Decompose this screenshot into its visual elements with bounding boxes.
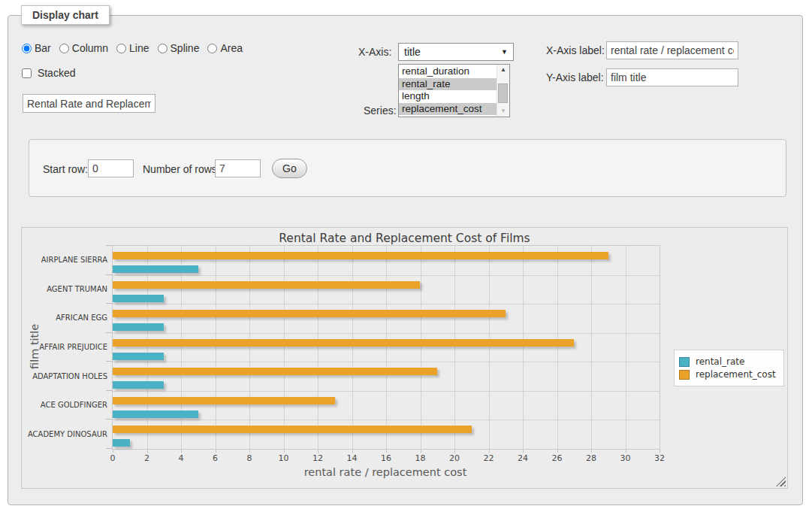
x-axis-tick: [626, 450, 626, 453]
chart-type-radio-column[interactable]: [59, 44, 69, 53]
x-axis-tick: [489, 450, 490, 453]
y-axis-tick-label: AFRICAN EGG: [22, 314, 107, 322]
gridline-vertical: [352, 246, 353, 449]
y-axis-tick: [106, 419, 112, 420]
scroll-up-icon[interactable]: ▲: [497, 65, 509, 75]
gridline-vertical: [216, 246, 216, 449]
chart-type-option-label: Bar: [35, 42, 51, 54]
x-axis-tick: [284, 450, 285, 453]
bar-rental_rate: [113, 265, 198, 273]
y-axis-tick-label: ACADEMY DINOSAUR: [22, 430, 107, 438]
resize-handle-icon[interactable]: [776, 477, 786, 486]
y-axis-tick: [106, 390, 112, 391]
start-row-label: Start row:: [43, 163, 88, 175]
chart-type-radio-bar[interactable]: [22, 44, 32, 53]
bar-rental_rate: [113, 439, 130, 447]
gridline-horizontal: [113, 333, 660, 334]
gridline-vertical: [591, 246, 592, 449]
chart-title-input[interactable]: [23, 94, 155, 113]
stacked-checkbox-label[interactable]: Stacked: [22, 67, 75, 79]
gridline-horizontal: [113, 391, 660, 392]
scrollbar-thumb[interactable]: [498, 83, 508, 103]
gridline-horizontal: [113, 304, 660, 304]
x-axis-tick-label: 4: [170, 453, 192, 463]
gridline-vertical: [284, 246, 285, 449]
bar-rental_rate: [113, 323, 164, 331]
panel-title: Display chart: [21, 5, 110, 25]
x-axis-tick-label: 16: [375, 453, 397, 463]
chart-type-option-area[interactable]: Area: [207, 42, 243, 54]
series-option-rental_duration[interactable]: rental_duration: [399, 65, 497, 78]
chart-type-option-spline[interactable]: Spline: [158, 42, 200, 54]
bar-rental_rate: [113, 411, 198, 418]
x-axis-tick-label: 2: [136, 453, 158, 463]
x-axis-tick-label: 6: [204, 453, 227, 463]
bar-replacement_cost: [113, 397, 335, 404]
legend-label: rental_rate: [696, 356, 744, 367]
x-axis-tick: [454, 450, 455, 453]
stacked-checkbox[interactable]: [22, 68, 32, 78]
y-axis-tick: [106, 448, 112, 449]
x-axis-tick: [386, 450, 387, 453]
chart-type-option-column[interactable]: Column: [59, 42, 108, 54]
x-axis-tick: [660, 450, 660, 453]
chart-type-radio-spline[interactable]: [158, 44, 168, 53]
x-axis-tick: [216, 450, 216, 453]
scroll-down-icon[interactable]: ▼: [497, 106, 509, 117]
x-axis-tick-label: 20: [443, 453, 466, 463]
gridline-horizontal: [113, 362, 660, 362]
x-axis-tick-label: 26: [546, 453, 569, 463]
bar-rental_rate: [113, 295, 164, 302]
x-axis-tick-label: 14: [341, 453, 364, 463]
chart-title: Rental Rate and Replacement Cost of Film…: [22, 232, 787, 245]
x-axis-tick-label: 32: [648, 453, 671, 463]
x-axis-select[interactable]: title ▼: [398, 43, 514, 61]
y-axis-tick-label: AIRPLANE SIERRA: [22, 256, 107, 264]
y-axis-tick: [106, 274, 112, 275]
go-button[interactable]: Go: [272, 159, 307, 178]
x-axis-select-label: X-Axis:: [358, 46, 391, 58]
chart-type-radio-area[interactable]: [207, 44, 217, 53]
y-axis-tick-label: ACE GOLDFINGER: [22, 401, 107, 409]
gridline-vertical: [454, 246, 455, 449]
y-axis-tick-label: ADAPTATION HOLES: [22, 372, 107, 380]
x-axis-tick-label: 10: [273, 453, 295, 463]
x-axis-tick-label: 0: [101, 453, 124, 463]
x-axis-tick-label: 30: [614, 453, 637, 463]
chart-type-group: BarColumnLineSplineArea: [22, 42, 251, 54]
bar-rental_rate: [113, 353, 164, 360]
number-of-rows-input[interactable]: [215, 159, 261, 177]
y-axis-label-input[interactable]: [606, 68, 738, 86]
y-axis-tick: [106, 303, 112, 304]
x-axis-tick: [181, 450, 182, 453]
chart-type-option-bar[interactable]: Bar: [22, 42, 51, 54]
start-row-input[interactable]: [88, 159, 134, 177]
gridline-vertical: [489, 246, 490, 449]
y-axis-tick-label: AFFAIR PREJUDICE: [22, 343, 107, 351]
series-listbox[interactable]: rental_durationrental_ratelengthreplacem…: [398, 64, 510, 117]
series-option-rental_rate[interactable]: rental_rate: [399, 78, 497, 91]
stacked-option: Stacked: [22, 67, 75, 79]
y-axis-tick: [106, 332, 112, 333]
chart-type-radio-line[interactable]: [116, 44, 126, 53]
gridline-vertical: [523, 246, 524, 449]
chart-type-option-line[interactable]: Line: [116, 42, 149, 54]
x-axis-label-input[interactable]: [606, 41, 738, 59]
series-option-length[interactable]: length: [399, 90, 497, 103]
x-axis-tick: [147, 450, 148, 453]
chart-type-option-label: Column: [72, 42, 108, 54]
y-axis-tick: [106, 245, 112, 246]
chart-legend: rental_ratereplacement_cost: [674, 350, 784, 386]
bar-replacement_cost: [113, 368, 437, 375]
number-of-rows-label: Number of rows:: [143, 163, 220, 175]
x-axis-tick-label: 22: [478, 453, 500, 463]
x-axis-tick: [557, 450, 558, 453]
stacked-label: Stacked: [38, 67, 76, 79]
legend-swatch-rental_rate: [679, 357, 690, 367]
bar-replacement_cost: [113, 252, 608, 259]
y-axis-tick-label: AGENT TRUMAN: [22, 285, 107, 293]
gridline-vertical: [626, 246, 626, 449]
series-option-replacement_cost[interactable]: replacement_cost: [399, 103, 497, 116]
series-scrollbar[interactable]: ▲ ▼: [497, 65, 509, 117]
chart-type-option-label: Spline: [171, 42, 200, 54]
